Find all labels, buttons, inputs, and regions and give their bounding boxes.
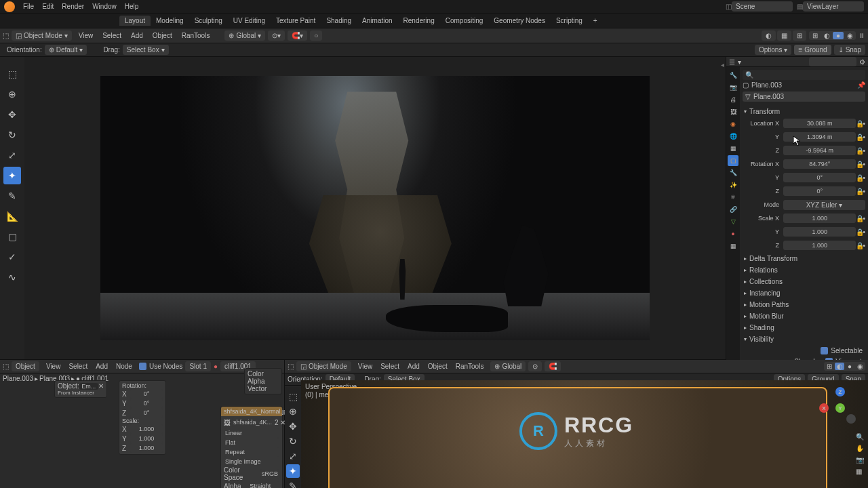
workspace-tab-sculpting[interactable]: Sculpting [189,16,228,26]
scale-x[interactable]: 1.000 [783,214,856,223]
add-workspace[interactable]: + [589,17,601,24]
rotation-mode[interactable]: XYZ Euler▾ [783,200,865,210]
tool-move[interactable]: ✥ [3,106,21,123]
nav-gizmo[interactable]: X Y Z [819,387,860,428]
workspace-tab-layout[interactable]: Layout [119,16,151,26]
tool-extra2[interactable]: ∿ [3,268,21,286]
outliner-filter[interactable]: ▾ [738,58,741,66]
node-mode[interactable]: Object [12,361,39,371]
tool-annotate[interactable]: ✎ [3,187,21,205]
loc-z[interactable]: -9.5964 m [783,146,856,155]
workspace-tab-uv-editing[interactable]: UV Editing [228,16,271,26]
menu-render[interactable]: Render [58,0,88,13]
grid-icon[interactable]: ▦ [856,468,864,475]
workspace-tab-compositing[interactable]: Compositing [440,16,489,26]
drag-dropdown[interactable]: Select Box▾ [123,45,169,55]
menu-file[interactable]: File [19,0,38,13]
selectable-check[interactable] [821,347,828,354]
menu-view[interactable]: View [354,363,377,370]
mode-dropdown[interactable]: ◲Object Mode▾ [12,30,72,41]
rot-z[interactable]: 0° [783,186,856,196]
node-mapping-vec[interactable]: Rotation: X0° Y0° Z0° Scale: X1.000 Y1.0… [119,380,166,455]
slot-dropdown[interactable]: Slot 1 [185,361,211,371]
vp2-tool-transform[interactable]: ✦ [286,464,300,478]
prop-tab-output[interactable]: 🖨 [728,94,738,105]
scale-y[interactable]: 1.000 [783,227,856,237]
menu-object[interactable]: Object [424,363,452,370]
workspace-tab-rendering[interactable]: Rendering [398,16,440,26]
tool-transform[interactable]: ✦ [3,167,21,184]
snap-toggle[interactable]: 🧲▾ [288,30,307,41]
prop-tab-texture[interactable]: ▦ [728,241,738,251]
editor-type-3d2[interactable]: ⬚ [288,363,294,370]
vp2-space[interactable]: ⊕Global [490,361,526,371]
workspace-tab-modeling[interactable]: Modeling [151,16,189,26]
outliner-icon[interactable]: ☰ [729,58,735,66]
filter-icon[interactable]: ⚙ [859,58,865,66]
menu-select[interactable]: Select [64,363,92,370]
prop-tab-physics[interactable]: ⚛ [728,192,738,203]
rot-y[interactable]: 0° [783,173,856,182]
menu-window[interactable]: Window [88,0,121,13]
transform-orientation[interactable]: ⊕Global▾ [224,30,265,41]
loc-x[interactable]: 30.088 m [783,119,856,128]
prop-tab-material[interactable]: ● [728,228,738,239]
panel-transform[interactable]: Transform [743,106,865,117]
menu-select[interactable]: Select [98,32,125,39]
orientation-dropdown[interactable]: ⊕Default▾ [45,45,87,55]
menu-select[interactable]: Select [376,363,403,370]
menu-rantools[interactable]: RanTools [452,363,488,370]
vp2-tool-move[interactable]: ✥ [286,420,300,433]
zoom-icon[interactable]: 🔍 [856,433,864,441]
search-icon[interactable]: 🔍 [745,71,753,79]
prop-tab-scene[interactable]: ◉ [728,119,738,129]
vp2-mode[interactable]: ◲Object Mode [296,361,351,371]
pin-icon[interactable]: 📌 [857,81,865,89]
shading-modes[interactable]: ⊞ ◐ ● ◉ [809,31,856,40]
node-image-texture[interactable]: shfsaida_4K_Normal.jpg 🖼shfsaida_4K...2✕… [220,406,283,488]
workspace-tab-texture-paint[interactable]: Texture Paint [271,16,321,26]
breadcrumb-obj[interactable]: Plane.003 [3,375,33,382]
props-search[interactable] [753,71,863,79]
panel-collections[interactable]: Collections [743,276,865,287]
vp2-tool-select[interactable]: ⬚ [286,390,300,403]
prop-tab-object[interactable]: ▢ [728,155,738,166]
viewport-3d[interactable]: ◂ [24,57,726,359]
prop-tab-world[interactable]: 🌐 [728,131,738,142]
options-dropdown[interactable]: Options▾ [755,45,791,55]
menu-add[interactable]: Add [127,32,147,39]
prop-tab-collection[interactable]: ▦ [728,143,738,154]
panel-delta-transform[interactable]: Delta Transform [743,253,865,264]
vp2-tool-annotate[interactable]: ✎ [286,479,300,488]
tool-select-box[interactable]: ⬚ [3,65,21,83]
ground-button[interactable]: ≡Ground [794,45,831,55]
panel-visibility[interactable]: Visibility [743,333,865,345]
prop-tab-constraint[interactable]: 🔗 [728,204,738,215]
prop-tab-modifier[interactable]: 🔧 [728,167,738,178]
editor-type-icon[interactable]: ⬚ [3,32,9,39]
gizmo-icons[interactable]: ◐▦⊞ [762,30,806,41]
outliner-search[interactable] [809,57,856,66]
editor-type-node[interactable]: ⬚ [3,363,9,370]
vp2-tool-scale[interactable]: ⤢ [286,449,300,463]
menu-object[interactable]: Object [149,32,176,39]
node-mapping[interactable]: Object:Em...✕ From Instancer [54,380,107,398]
menu-edit[interactable]: Edit [38,0,58,13]
menu-view[interactable]: View [75,32,98,39]
use-nodes-check[interactable] [139,363,146,370]
panel-instancing[interactable]: Instancing [743,287,865,299]
panel-shading[interactable]: Shading [743,322,865,333]
workspace-tab-shading[interactable]: Shading [321,16,357,26]
tool-cursor[interactable]: ⊕ [3,85,21,103]
pause-icon[interactable]: ⏸ [859,32,865,39]
workspace-tab-scripting[interactable]: Scripting [551,16,588,26]
menu-node[interactable]: Node [112,363,136,370]
vp2-tool-cursor[interactable]: ⊕ [286,405,300,418]
viewport-secondary[interactable]: ⬚ ◲Object Mode ViewSelectAddObjectRanToo… [285,360,868,488]
camera-icon[interactable]: 📷 [856,456,864,464]
tool-scale[interactable]: ⤢ [3,146,21,164]
menu-help[interactable]: Help [121,0,143,13]
prop-tab-particle[interactable]: ✨ [728,180,738,190]
scale-z[interactable]: 1.000 [783,241,856,250]
node-editor[interactable]: ⬚ Object ViewSelectAddNode Use Nodes Slo… [0,360,285,488]
